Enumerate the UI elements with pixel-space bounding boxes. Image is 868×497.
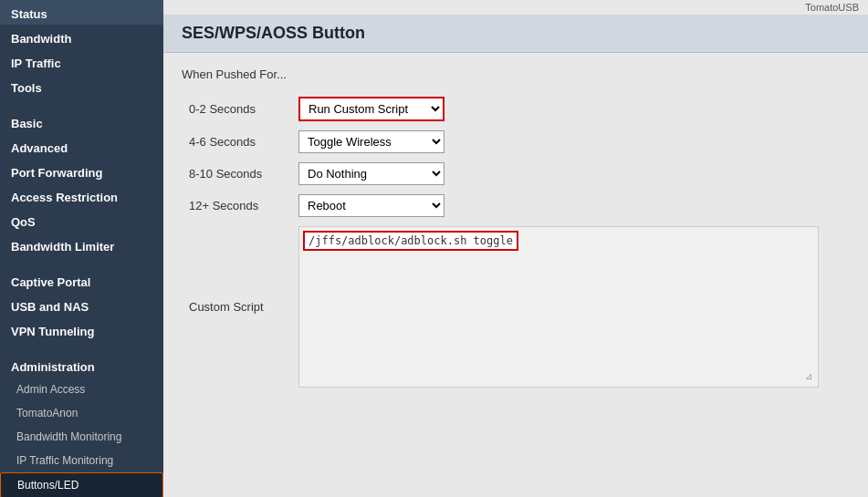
sidebar-item-status[interactable]: Status xyxy=(0,0,163,25)
sidebar-item-vpn-tunneling[interactable]: VPN Tunneling xyxy=(0,317,163,342)
sidebar-item-bandwidth[interactable]: Bandwidth xyxy=(0,25,163,49)
script-first-line: /jffs/adblock/adblock.sh toggle xyxy=(303,231,518,251)
sidebar-item-buttons-led[interactable]: Buttons/LED xyxy=(0,472,163,497)
select-8-10-seconds[interactable]: Run Custom Script Toggle Wireless Do Not… xyxy=(298,162,444,185)
page-title-bar: SES/WPS/AOSS Button xyxy=(163,15,868,53)
top-bar: TomatoUSB xyxy=(163,0,868,15)
row-control-1: Run Custom Script Toggle Wireless Do Not… xyxy=(291,126,850,158)
row-label-0: 0-2 Seconds xyxy=(182,92,291,126)
sidebar-item-tools[interactable]: Tools xyxy=(0,74,163,98)
textarea-container: ⊿ xyxy=(303,253,814,383)
row-label-3: 12+ Seconds xyxy=(182,190,291,222)
sidebar: Status Bandwidth IP Traffic Tools Basic … xyxy=(0,0,163,497)
script-area-wrapper: /jffs/adblock/adblock.sh toggle ⊿ xyxy=(298,226,819,388)
sidebar-item-administration[interactable]: Administration xyxy=(0,353,163,378)
row-label-2: 8-10 Seconds xyxy=(182,158,291,190)
sidebar-item-admin-access[interactable]: Admin Access xyxy=(0,378,163,401)
sidebar-item-port-forwarding[interactable]: Port Forwarding xyxy=(0,159,163,183)
sidebar-item-usb-nas[interactable]: USB and NAS xyxy=(0,293,163,317)
custom-script-label: Custom Script xyxy=(182,222,291,392)
row-label-1: 4-6 Seconds xyxy=(182,126,291,158)
main-content: TomatoUSB SES/WPS/AOSS Button When Pushe… xyxy=(163,0,868,497)
table-row: 12+ Seconds Run Custom Script Toggle Wir… xyxy=(182,190,850,222)
table-row: 8-10 Seconds Run Custom Script Toggle Wi… xyxy=(182,158,850,190)
page-title: SES/WPS/AOSS Button xyxy=(182,24,850,43)
sidebar-item-advanced[interactable]: Advanced xyxy=(0,134,163,159)
table-row: Custom Script /jffs/adblock/adblock.sh t… xyxy=(182,222,850,392)
sidebar-item-ip-traffic-monitoring[interactable]: IP Traffic Monitoring xyxy=(0,449,163,472)
sidebar-item-access-restriction[interactable]: Access Restriction xyxy=(0,183,163,208)
sidebar-item-basic[interactable]: Basic xyxy=(0,109,163,134)
sidebar-item-tomatoanon[interactable]: TomatoAnon xyxy=(0,401,163,425)
settings-table: 0-2 Seconds Run Custom Script Toggle Wir… xyxy=(182,92,850,392)
table-row: 4-6 Seconds Run Custom Script Toggle Wir… xyxy=(182,126,850,158)
row-control-3: Run Custom Script Toggle Wireless Do Not… xyxy=(291,190,850,222)
brand-label: TomatoUSB xyxy=(805,2,859,13)
sidebar-item-qos[interactable]: QoS xyxy=(0,208,163,233)
sidebar-item-captive-portal[interactable]: Captive Portal xyxy=(0,268,163,293)
sidebar-item-ip-traffic[interactable]: IP Traffic xyxy=(0,49,163,74)
sidebar-item-bandwidth-limiter[interactable]: Bandwidth Limiter xyxy=(0,233,163,257)
row-control-2: Run Custom Script Toggle Wireless Do Not… xyxy=(291,158,850,190)
sidebar-item-bandwidth-monitoring[interactable]: Bandwidth Monitoring xyxy=(0,425,163,449)
custom-script-textarea[interactable] xyxy=(303,253,814,380)
resize-indicator: ⊿ xyxy=(805,371,812,381)
when-pushed-label: When Pushed For... xyxy=(182,67,850,81)
select-4-6-seconds[interactable]: Run Custom Script Toggle Wireless Do Not… xyxy=(298,130,444,153)
content-area: When Pushed For... 0-2 Seconds Run Custo… xyxy=(163,53,868,407)
select-12-plus-seconds[interactable]: Run Custom Script Toggle Wireless Do Not… xyxy=(298,194,444,217)
row-control-0: Run Custom Script Toggle Wireless Do Not… xyxy=(291,92,850,126)
custom-script-cell: /jffs/adblock/adblock.sh toggle ⊿ xyxy=(291,222,850,392)
select-0-2-seconds[interactable]: Run Custom Script Toggle Wireless Do Not… xyxy=(298,97,444,121)
table-row: 0-2 Seconds Run Custom Script Toggle Wir… xyxy=(182,92,850,126)
